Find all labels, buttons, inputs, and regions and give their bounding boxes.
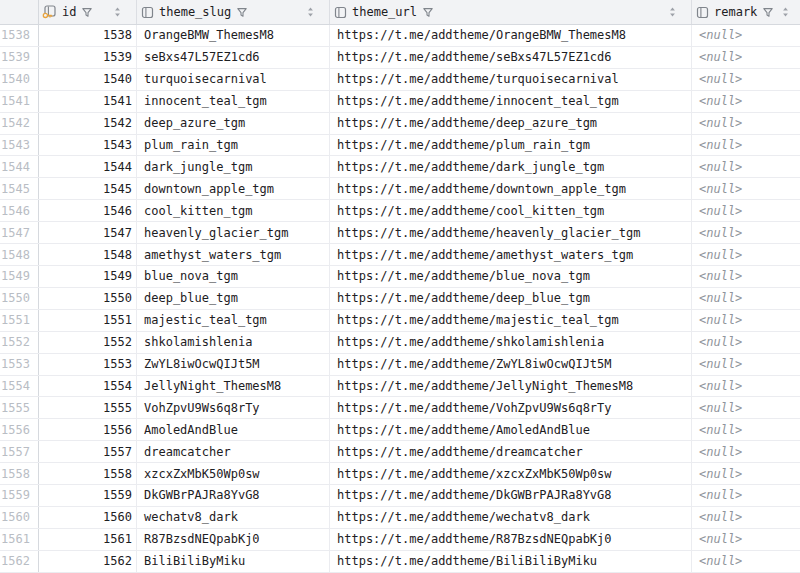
row-number[interactable]: 1542 — [0, 113, 39, 134]
cell-id[interactable]: 1562 — [39, 551, 137, 572]
filter-icon[interactable] — [81, 6, 93, 18]
cell-theme-slug[interactable]: BiliBiliByMiku — [137, 551, 330, 572]
cell-id[interactable]: 1556 — [39, 419, 137, 440]
cell-theme-url[interactable]: https://t.me/addtheme/plum_rain_tgm — [330, 135, 692, 156]
cell-theme-slug[interactable]: majestic_teal_tgm — [137, 310, 330, 331]
cell-theme-url[interactable]: https://t.me/addtheme/majestic_teal_tgm — [330, 310, 692, 331]
cell-remark[interactable]: <null> — [692, 178, 800, 199]
row-number[interactable]: 1560 — [0, 507, 39, 528]
cell-id[interactable]: 1552 — [39, 332, 137, 353]
cell-theme-url[interactable]: https://t.me/addtheme/innocent_teal_tgm — [330, 91, 692, 112]
row-number[interactable]: 1548 — [0, 244, 39, 265]
cell-remark[interactable]: <null> — [692, 310, 800, 331]
cell-id[interactable]: 1561 — [39, 529, 137, 550]
row-number[interactable]: 1550 — [0, 288, 39, 309]
cell-theme-url[interactable]: https://t.me/addtheme/deep_blue_tgm — [330, 288, 692, 309]
cell-theme-url[interactable]: https://t.me/addtheme/DkGWBrPAJRa8YvG8 — [330, 485, 692, 506]
cell-id[interactable]: 1547 — [39, 222, 137, 243]
column-header-theme-url[interactable]: theme_url — [330, 0, 692, 24]
cell-remark[interactable]: <null> — [692, 397, 800, 418]
cell-theme-url[interactable]: https://t.me/addtheme/blue_nova_tgm — [330, 266, 692, 287]
cell-remark[interactable]: <null> — [692, 288, 800, 309]
cell-id[interactable]: 1542 — [39, 113, 137, 134]
row-number[interactable]: 1557 — [0, 441, 39, 462]
cell-theme-url[interactable]: https://t.me/addtheme/deep_azure_tgm — [330, 113, 692, 134]
cell-remark[interactable]: <null> — [692, 354, 800, 375]
cell-theme-url[interactable]: https://t.me/addtheme/wechatv8_dark — [330, 507, 692, 528]
sort-icon[interactable] — [113, 6, 122, 18]
cell-theme-url[interactable]: https://t.me/addtheme/OrangeBMW_ThemesM8 — [330, 25, 692, 46]
cell-theme-url[interactable]: https://t.me/addtheme/dreamcatcher — [330, 441, 692, 462]
cell-theme-slug[interactable]: heavenly_glacier_tgm — [137, 222, 330, 243]
cell-id[interactable]: 1560 — [39, 507, 137, 528]
row-number[interactable]: 1540 — [0, 69, 39, 90]
cell-remark[interactable]: <null> — [692, 419, 800, 440]
cell-id[interactable]: 1558 — [39, 463, 137, 484]
cell-remark[interactable]: <null> — [692, 441, 800, 462]
cell-theme-slug[interactable]: plum_rain_tgm — [137, 135, 330, 156]
cell-theme-slug[interactable]: turquoisecarnival — [137, 69, 330, 90]
cell-remark[interactable]: <null> — [692, 113, 800, 134]
row-number[interactable]: 1554 — [0, 376, 39, 397]
cell-theme-slug[interactable]: OrangeBMW_ThemesM8 — [137, 25, 330, 46]
row-number[interactable]: 1539 — [0, 47, 39, 68]
cell-remark[interactable]: <null> — [692, 200, 800, 221]
row-number[interactable]: 1553 — [0, 354, 39, 375]
cell-theme-slug[interactable]: wechatv8_dark — [137, 507, 330, 528]
cell-remark[interactable]: <null> — [692, 332, 800, 353]
cell-theme-slug[interactable]: dark_jungle_tgm — [137, 156, 330, 177]
cell-theme-url[interactable]: https://t.me/addtheme/BiliBiliByMiku — [330, 551, 692, 572]
row-number[interactable]: 1538 — [0, 25, 39, 46]
row-number[interactable]: 1552 — [0, 332, 39, 353]
cell-remark[interactable]: <null> — [692, 376, 800, 397]
cell-theme-url[interactable]: https://t.me/addtheme/downtown_apple_tgm — [330, 178, 692, 199]
cell-id[interactable]: 1550 — [39, 288, 137, 309]
cell-theme-url[interactable]: https://t.me/addtheme/heavenly_glacier_t… — [330, 222, 692, 243]
cell-theme-url[interactable]: https://t.me/addtheme/seBxs47L57EZ1cd6 — [330, 47, 692, 68]
cell-theme-slug[interactable]: deep_blue_tgm — [137, 288, 330, 309]
row-number[interactable]: 1561 — [0, 529, 39, 550]
cell-remark[interactable]: <null> — [692, 222, 800, 243]
cell-theme-slug[interactable]: cool_kitten_tgm — [137, 200, 330, 221]
cell-id[interactable]: 1553 — [39, 354, 137, 375]
cell-theme-url[interactable]: https://t.me/addtheme/AmoledAndBlue — [330, 419, 692, 440]
cell-id[interactable]: 1544 — [39, 156, 137, 177]
cell-theme-url[interactable]: https://t.me/addtheme/shkolamishlenia — [330, 332, 692, 353]
row-number[interactable]: 1544 — [0, 156, 39, 177]
cell-remark[interactable]: <null> — [692, 25, 800, 46]
cell-theme-url[interactable]: https://t.me/addtheme/xzcxZxMbK50Wp0sw — [330, 463, 692, 484]
cell-remark[interactable]: <null> — [692, 266, 800, 287]
cell-theme-slug[interactable]: shkolamishlenia — [137, 332, 330, 353]
cell-theme-url[interactable]: https://t.me/addtheme/JellyNight_ThemesM… — [330, 376, 692, 397]
row-number[interactable]: 1545 — [0, 178, 39, 199]
row-number[interactable]: 1543 — [0, 135, 39, 156]
cell-theme-slug[interactable]: VohZpvU9Ws6q8rTy — [137, 397, 330, 418]
cell-id[interactable]: 1541 — [39, 91, 137, 112]
cell-theme-slug[interactable]: deep_azure_tgm — [137, 113, 330, 134]
cell-theme-slug[interactable]: AmoledAndBlue — [137, 419, 330, 440]
cell-remark[interactable]: <null> — [692, 485, 800, 506]
cell-theme-slug[interactable]: downtown_apple_tgm — [137, 178, 330, 199]
cell-remark[interactable]: <null> — [692, 463, 800, 484]
sort-icon[interactable] — [668, 6, 677, 18]
cell-theme-url[interactable]: https://t.me/addtheme/turquoisecarnival — [330, 69, 692, 90]
cell-theme-slug[interactable]: amethyst_waters_tgm — [137, 244, 330, 265]
column-header-remark[interactable]: remark — [692, 0, 800, 24]
row-number[interactable]: 1546 — [0, 200, 39, 221]
cell-theme-url[interactable]: https://t.me/addtheme/VohZpvU9Ws6q8rTy — [330, 397, 692, 418]
cell-id[interactable]: 1543 — [39, 135, 137, 156]
row-number[interactable]: 1541 — [0, 91, 39, 112]
cell-remark[interactable]: <null> — [692, 69, 800, 90]
cell-id[interactable]: 1538 — [39, 25, 137, 46]
cell-theme-url[interactable]: https://t.me/addtheme/ZwYL8iwOcwQIJt5M — [330, 354, 692, 375]
cell-theme-slug[interactable]: seBxs47L57EZ1cd6 — [137, 47, 330, 68]
cell-id[interactable]: 1559 — [39, 485, 137, 506]
filter-icon[interactable] — [236, 6, 248, 18]
cell-remark[interactable]: <null> — [692, 551, 800, 572]
cell-id[interactable]: 1546 — [39, 200, 137, 221]
cell-id[interactable]: 1540 — [39, 69, 137, 90]
column-header-id[interactable]: id — [39, 0, 137, 24]
cell-theme-url[interactable]: https://t.me/addtheme/R87BzsdNEQpabKj0 — [330, 529, 692, 550]
cell-theme-url[interactable]: https://t.me/addtheme/cool_kitten_tgm — [330, 200, 692, 221]
cell-theme-url[interactable]: https://t.me/addtheme/dark_jungle_tgm — [330, 156, 692, 177]
